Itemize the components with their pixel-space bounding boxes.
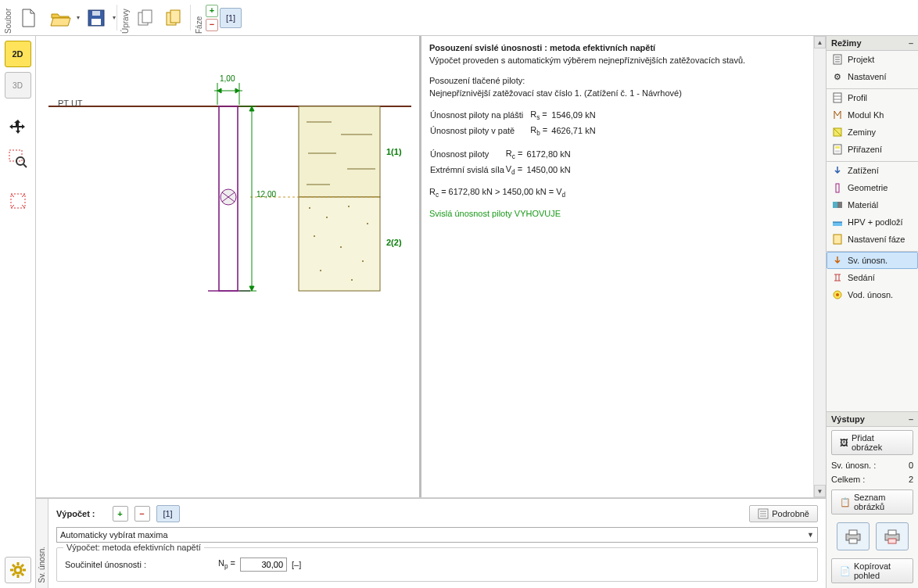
horizontal-capacity-icon xyxy=(832,289,843,300)
save-file-button[interactable]: ▾ xyxy=(79,5,113,31)
view-2d-button[interactable]: 2D xyxy=(5,41,31,67)
open-file-button[interactable]: ▾ xyxy=(43,5,77,31)
label-rb: Únosnost piloty v patě xyxy=(429,124,529,139)
mode-item-vod-unosn[interactable]: Vod. únosn. xyxy=(827,286,918,303)
fit-extents-icon xyxy=(8,191,28,211)
value-rc: 6172,80 kN xyxy=(525,147,571,163)
add-phase-button[interactable]: + xyxy=(206,5,218,17)
view-rail: 2D 3D xyxy=(0,36,36,588)
phase-tab-1[interactable]: [1] xyxy=(220,8,242,28)
floppy-icon xyxy=(86,8,106,28)
svg-rect-2 xyxy=(92,11,100,16)
fieldset-legend: Výpočet: metoda efektivních napětí xyxy=(63,543,204,552)
total-count-label: Celkem : xyxy=(831,475,865,484)
print-button-2[interactable] xyxy=(876,522,909,550)
calc-add-button[interactable]: + xyxy=(113,506,128,522)
results-scrollbar[interactable]: ▲ ▼ xyxy=(813,36,826,497)
svg-point-32 xyxy=(326,217,328,218)
results-subtitle: Výpočet proveden s automatickým výběrem … xyxy=(429,55,805,67)
app-root: Soubor ▾ ▾ Úpravy Fáze xyxy=(0,0,918,588)
printer-color-icon xyxy=(883,528,902,545)
water-icon xyxy=(832,217,843,228)
svg-rect-61 xyxy=(835,146,840,149)
selection-mode-dropdown[interactable]: Automaticky vybírat maxima▼ xyxy=(56,527,818,543)
vertical-capacity-icon xyxy=(832,255,843,266)
svg-point-34 xyxy=(367,223,368,224)
scroll-down-button[interactable]: ▼ xyxy=(814,485,826,497)
mode-item-material[interactable]: Materiál xyxy=(827,196,918,213)
mode-item-nastaveni[interactable]: ⚙Nastavení xyxy=(827,68,918,85)
pile-section-drawing: 1,00 1(1) 2(2) xyxy=(36,36,419,342)
add-image-button[interactable]: 🖼Přidat obrázek xyxy=(831,430,913,455)
print-button-1[interactable] xyxy=(837,522,870,550)
final-inequality: Rc = 6172,80 kN > 1450,00 kN = Vd xyxy=(429,186,805,200)
scroll-up-button[interactable]: ▲ xyxy=(814,36,826,48)
mode-item-projekt[interactable]: Projekt xyxy=(827,51,918,68)
copy-view-button[interactable]: 📄Kopírovat pohled xyxy=(831,558,913,583)
mode-item-sv-unosn[interactable]: Sv. únosn. xyxy=(827,252,918,269)
settings-gear-button[interactable] xyxy=(5,557,31,583)
dropdown-caret-icon[interactable]: ▾ xyxy=(110,5,117,30)
mode-item-nastaveni-faze[interactable]: Nastavení fáze xyxy=(827,231,918,248)
toolbar-group-edit-label: Úpravy xyxy=(120,2,131,34)
svg-rect-30 xyxy=(299,197,380,291)
remove-phase-button[interactable]: − xyxy=(206,19,218,31)
detail-icon xyxy=(758,508,769,519)
mode-item-zatizeni[interactable]: Zatížení xyxy=(827,162,918,179)
center-column: PT UT 1,00 xyxy=(36,36,826,588)
outputs-section: Výstupy– 🖼Přidat obrázek Sv. únosn. :0 C… xyxy=(827,411,918,588)
main-body: 2D 3D PT UT xyxy=(0,36,918,588)
mode-item-zeminy[interactable]: Zeminy xyxy=(827,124,918,141)
copy-view-icon: 📄 xyxy=(840,566,851,576)
value-vd: 1450,00 kN xyxy=(525,163,571,178)
calc-panel: Výpočet : + − [1] Podrobně Automaticky v… xyxy=(48,499,826,588)
soil-icon xyxy=(832,127,843,138)
mode-item-hpv[interactable]: HPV + podloží xyxy=(827,213,918,231)
paste-button[interactable] xyxy=(160,5,187,31)
svg-line-16 xyxy=(13,565,15,567)
mode-item-prirazeni[interactable]: Přiřazení xyxy=(827,141,918,158)
magnifier-icon xyxy=(8,149,28,169)
copy-button[interactable] xyxy=(132,5,159,31)
mode-item-sedani[interactable]: Sedání xyxy=(827,269,918,286)
mode-item-modulkh[interactable]: Modul Kh xyxy=(827,106,918,124)
add-image-icon: 🖼 xyxy=(840,438,848,447)
label-rs: Únosnost piloty na plášti xyxy=(429,108,529,124)
value-rs: 1546,09 kN xyxy=(550,108,596,124)
svg-point-38 xyxy=(320,270,321,271)
zoom-window-button[interactable] xyxy=(5,145,31,172)
drawing-viewport[interactable]: PT UT 1,00 xyxy=(36,36,419,497)
svg-rect-60 xyxy=(834,145,841,154)
np-input[interactable] xyxy=(240,558,287,572)
image-list-button[interactable]: 📋Seznam obrázků xyxy=(831,489,913,514)
svg-rect-72 xyxy=(849,530,857,535)
svg-point-36 xyxy=(340,246,342,248)
collapse-icon[interactable]: – xyxy=(909,38,913,48)
gear-icon: ⚙ xyxy=(832,71,843,82)
new-file-button[interactable] xyxy=(15,5,41,31)
mode-item-profil[interactable]: Profil xyxy=(827,89,918,106)
detail-button[interactable]: Podrobně xyxy=(749,505,818,522)
collapse-icon[interactable]: – xyxy=(909,414,913,424)
verdict-ok: Svislá únosnost piloty VYHOVUJE xyxy=(429,208,805,220)
assign-icon xyxy=(832,144,843,155)
svg-point-31 xyxy=(309,207,310,209)
load-arrow-icon xyxy=(832,165,843,176)
bottom-tab-label[interactable]: Sv. únosn. xyxy=(36,499,48,588)
svg-point-35 xyxy=(314,235,315,237)
width-dimension: 1,00 xyxy=(220,74,235,83)
settlement-icon xyxy=(832,272,843,283)
ground-level-label: PT UT xyxy=(58,99,83,108)
calc-remove-button[interactable]: − xyxy=(134,506,150,522)
calc-stage-badge[interactable]: [1] xyxy=(156,505,180,522)
folder-open-icon xyxy=(49,9,71,27)
svg-rect-75 xyxy=(888,530,896,535)
material-icon xyxy=(832,199,843,210)
mode-item-geometrie[interactable]: Geometrie xyxy=(827,179,918,196)
gear-icon xyxy=(9,561,27,579)
phase-settings-icon xyxy=(832,234,843,245)
view-3d-button[interactable]: 3D xyxy=(5,72,31,99)
pan-button[interactable] xyxy=(5,114,31,141)
zoom-extents-button[interactable] xyxy=(5,188,31,214)
label-vd: Extrémní svislá síla xyxy=(429,163,505,178)
